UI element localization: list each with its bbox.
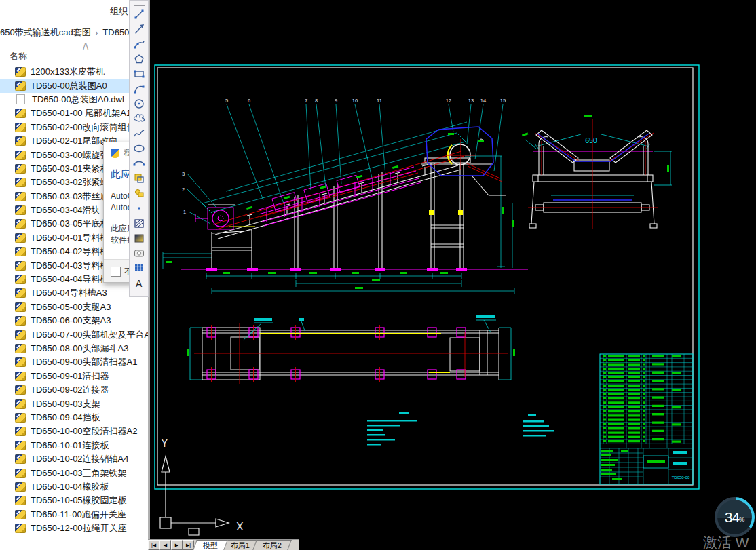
file-row[interactable]: TD650-00总装图A0 [0, 79, 148, 92]
file-row[interactable]: TD650-10-00空段清扫器A2 [0, 425, 148, 438]
file-name: TD650-12-00拉绳开关座 [31, 522, 127, 534]
dwg-file-icon [15, 192, 26, 201]
file-name: TD650-10-05橡胶固定板 [31, 494, 127, 507]
ucs-y-label: Y [161, 437, 168, 449]
file-row[interactable]: 1200x133米皮带机 [0, 65, 148, 79]
file-name: TD650-09-04挡板 [31, 412, 100, 424]
file-row[interactable]: TD650-10-04橡胶板 [0, 480, 148, 494]
download-progress-badge[interactable]: 34 % [715, 497, 755, 537]
dont-show-checkbox[interactable] [111, 267, 121, 277]
file-row[interactable]: TD650-11-00跑偏开关座 [0, 508, 148, 522]
point-icon[interactable] [131, 201, 147, 216]
insert-block-icon[interactable] [131, 171, 147, 186]
rectangle-icon[interactable] [131, 66, 147, 81]
file-row[interactable]: TD650-00总装图A0.dwl [0, 93, 148, 106]
hatch-icon[interactable] [131, 216, 147, 231]
file-row[interactable]: TD650-09-01清扫器 [0, 370, 148, 383]
file-name: TD650-06-00支架A3 [31, 315, 111, 327]
file-row[interactable]: TD650-01-00 尾部机架A1 [0, 106, 148, 120]
tab-nav-button[interactable]: ▶| [183, 540, 194, 550]
name-column-header[interactable]: 名称 [10, 50, 27, 62]
dwg-file-icon [15, 441, 26, 450]
dwg-file-icon [15, 247, 26, 256]
arc-icon[interactable] [131, 81, 147, 96]
dwg-file-icon [15, 109, 26, 118]
revision-cloud-icon[interactable] [131, 111, 147, 126]
dwg-file-icon [15, 136, 26, 146]
dwg-file-icon [15, 123, 26, 132]
file-row[interactable]: TD650-07-00头部机架及平台A [0, 328, 148, 341]
file-row[interactable]: TD650-09-04挡板 [0, 411, 148, 425]
file-name: TD650-09-02连接器 [31, 384, 109, 396]
svg-text:12: 12 [446, 98, 451, 104]
file-row[interactable]: TD650-09-02连接器 [0, 383, 148, 397]
dwg-file-icon [15, 482, 26, 492]
ucs-icon [160, 456, 229, 528]
file-row[interactable]: TD650-10-02连接销轴A4 [0, 452, 148, 466]
dwg-file-icon [15, 288, 26, 298]
svg-text:14: 14 [480, 98, 486, 104]
dwg-file-icon [16, 94, 25, 104]
polyline-icon[interactable] [131, 37, 147, 52]
dwg-file-icon [15, 372, 26, 381]
file-row[interactable]: TD650-10-03三角架铁架 [0, 466, 148, 479]
dialog-heading: 此应 [111, 168, 131, 181]
side-elevation-view: 5 6 7 8 9 10 11 12 13 14 15 1 2 3 [163, 98, 528, 535]
layout-tab[interactable]: 布局2 [252, 540, 292, 550]
title-block: TD650-00 [600, 354, 693, 484]
file-row[interactable]: TD650-10-01连接板 [0, 439, 148, 452]
tab-nav-button[interactable]: |◀ [148, 540, 159, 550]
file-name: TD650-09-03支架 [31, 398, 100, 410]
dwg-file-icon [15, 454, 26, 464]
dwg-file-icon [15, 344, 26, 353]
file-name: 1200x133米皮带机 [31, 66, 105, 78]
svg-text:11: 11 [377, 98, 382, 104]
line-icon[interactable] [131, 7, 147, 22]
ellipse-icon[interactable] [131, 141, 147, 156]
gradient-icon[interactable] [131, 231, 147, 245]
uac-shield-icon [111, 149, 119, 158]
dwg-file-icon [15, 151, 26, 160]
svg-text:A: A [136, 278, 143, 289]
region-icon[interactable] [131, 245, 147, 260]
file-row[interactable]: TD650-09-00头部清扫器A1 [0, 355, 148, 369]
layout-tabs: 模型布局1布局2 [198, 540, 290, 550]
file-row[interactable]: TD650-10-05橡胶固定板 [0, 494, 148, 507]
layout-tab[interactable]: 模型 [193, 540, 227, 550]
spline-icon[interactable] [131, 126, 147, 141]
breadcrumb[interactable]: 650带式输送机cad套图 › TD650带 [0, 22, 148, 42]
construction-line-icon[interactable] [131, 22, 147, 37]
dwg-file-icon [15, 233, 26, 243]
dwg-file-icon [15, 205, 26, 215]
multiline-text-icon[interactable]: A [131, 275, 147, 290]
svg-text:8: 8 [315, 98, 318, 104]
file-row[interactable]: TD650-08-00头部漏斗A3 [0, 342, 148, 355]
tab-nav-button[interactable]: ▶ [171, 540, 183, 550]
drawing-number: TD650-00 [672, 475, 690, 479]
cad-canvas[interactable]: 5 6 7 8 9 10 11 12 13 14 15 1 2 3 [148, 0, 756, 539]
file-name: TD650-00总装图A0.dwl [32, 94, 124, 106]
table-icon[interactable] [131, 260, 147, 275]
file-row[interactable]: TD650-04导料槽A3 [0, 286, 148, 300]
polygon-icon[interactable] [131, 52, 147, 66]
create-block-icon[interactable] [131, 186, 147, 201]
sort-caret-icon[interactable]: ᐱ [83, 42, 88, 52]
file-row[interactable]: TD650-02-00改向滚筒组件A3 [0, 121, 148, 134]
toolbar-grip[interactable] [134, 3, 145, 6]
list-column-header[interactable]: 名称 ᐱ [0, 42, 148, 64]
file-row[interactable]: TD650-06-00支架A3 [0, 314, 148, 328]
dwg-file-icon [15, 399, 26, 409]
percent-sign: % [739, 516, 744, 523]
file-row[interactable]: TD650-05-00支腿A3 [0, 300, 148, 314]
file-row[interactable]: TD650-09-03支架 [0, 397, 148, 410]
explorer-command-bar: 组织 [0, 0, 148, 22]
svg-text:10: 10 [352, 98, 358, 104]
file-row[interactable]: TD650-12-00拉绳开关座 [0, 522, 148, 535]
breadcrumb-separator-icon: › [96, 28, 98, 37]
organize-button[interactable]: 组织 [110, 5, 128, 18]
ellipse-arc-icon[interactable] [131, 156, 147, 171]
circle-icon[interactable] [131, 96, 147, 111]
tab-nav-button[interactable]: ◀ [159, 540, 171, 550]
breadcrumb-folder[interactable]: 650带式输送机cad套图 [0, 26, 91, 39]
dwg-file-icon [15, 302, 26, 312]
